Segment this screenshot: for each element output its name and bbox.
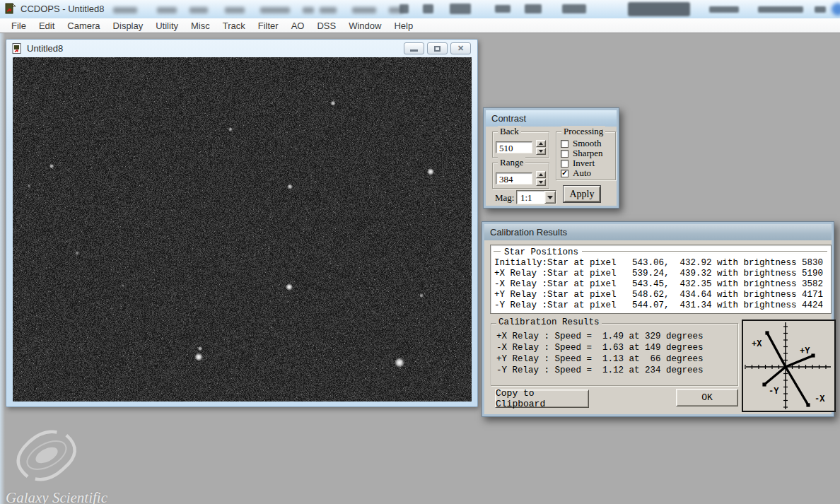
menu-item-display[interactable]: Display	[107, 19, 150, 33]
blurred-menu-blob	[225, 7, 245, 13]
image-window[interactable]: Untitled8 ✕	[6, 39, 478, 407]
checkbox-label-auto: Auto	[573, 168, 591, 179]
mag-select[interactable]: 1:1	[516, 190, 556, 204]
axis-label-+x: +X	[752, 339, 762, 349]
blurred-menu-blob	[113, 7, 137, 13]
menu-item-dss[interactable]: DSS	[310, 19, 342, 33]
image-window-titlebar[interactable]: Untitled8 ✕	[6, 40, 477, 57]
star-positions-box: Star Positions Initially:Star at pixel 5…	[490, 245, 832, 314]
back-input[interactable]: 510	[496, 141, 532, 153]
contrast-titlebar[interactable]: Contrast	[486, 110, 617, 127]
menu-item-window[interactable]: Window	[342, 19, 387, 33]
copy-to-clipboard-button[interactable]: Copy to Clipboard	[495, 389, 589, 408]
axis-label--x: -X	[815, 394, 825, 404]
vector-end-marker	[765, 331, 769, 334]
processing-group: Processing SmoothSharpenInvert✓Auto	[556, 131, 616, 180]
restore-icon	[434, 46, 441, 52]
checkbox-invert[interactable]	[561, 160, 568, 168]
app-icon	[4, 3, 16, 14]
spinner-up-icon	[539, 173, 543, 176]
menu-item-file[interactable]: File	[5, 19, 33, 33]
range-input[interactable]: 384	[496, 172, 532, 184]
client-area: Untitled8 ✕ Galaxy Scientific www.Astro.…	[0, 33, 840, 504]
spinner-up-icon	[539, 142, 543, 145]
results-label: Calibration Results	[496, 317, 602, 327]
blurred-toolbar-icon	[562, 4, 586, 13]
relay-vector-+x	[767, 333, 786, 367]
checkbox-auto[interactable]: ✓	[561, 170, 568, 177]
document-icon	[12, 43, 22, 54]
star-position-row: -X Relay :Star at pixel 543.45, 432.35 w…	[494, 279, 831, 290]
apply-button[interactable]: Apply	[564, 186, 600, 202]
calibration-diagram: +X+Y-Y-X	[742, 320, 836, 412]
blurred-toolbar-icon	[495, 5, 511, 13]
image-window-title: Untitled8	[27, 43, 63, 54]
checkbox-sharpen[interactable]	[561, 150, 568, 158]
mag-dropdown-button[interactable]	[544, 191, 556, 204]
result-row: +Y Relay : Speed = 1.13 at 66 degrees	[496, 353, 737, 365]
vector-end-marker	[811, 353, 815, 357]
galaxy-logo	[4, 418, 96, 489]
chevron-down-icon	[547, 196, 553, 199]
vector-end-marker	[806, 403, 810, 406]
minimize-button[interactable]	[404, 42, 424, 54]
result-row: +X Relay : Speed = 1.49 at 329 degrees	[496, 331, 737, 342]
app-title-bar[interactable]: CCDOPS - Untitled8	[0, 0, 840, 19]
menu-item-misc[interactable]: Misc	[185, 19, 216, 33]
menu-item-edit[interactable]: Edit	[33, 19, 61, 33]
blurred-menu-blob	[352, 7, 376, 13]
maximize-button[interactable]	[427, 42, 448, 54]
blurred-menu-blob	[709, 6, 739, 13]
range-group: Range 384	[492, 163, 549, 189]
checkbox-smooth[interactable]	[561, 140, 568, 148]
blurred-toolbar-icon	[399, 4, 409, 13]
range-spinner-up[interactable]	[536, 171, 546, 178]
menu-bar: FileEditCameraDisplayUtilityMiscTrackFil…	[0, 18, 840, 33]
back-label: Back	[498, 126, 521, 137]
back-group: Back 510	[492, 131, 549, 158]
result-row: -Y Relay : Speed = 1.12 at 234 degrees	[496, 365, 737, 376]
close-button[interactable]: ✕	[450, 42, 471, 54]
blurred-round-icon	[832, 3, 840, 16]
menu-item-filter[interactable]: Filter	[252, 19, 285, 33]
desktop: { "app": { "title": "CCDOPS - Untitled8"…	[0, 0, 840, 504]
calibration-titlebar[interactable]: Calibration Results	[484, 224, 832, 240]
vector-end-marker	[762, 382, 766, 386]
blurred-menu-blob	[303, 7, 314, 13]
axis-label-+y: +Y	[800, 346, 810, 356]
group-etch-line	[582, 251, 827, 254]
star-position-row: +X Relay :Star at pixel 539.24, 439.32 w…	[494, 269, 831, 279]
results-group: Calibration Results +X Relay : Speed = 1…	[491, 323, 738, 386]
result-row: -X Relay : Speed = 1.63 at 149 degrees	[496, 342, 737, 353]
blurred-menu-blob	[260, 7, 290, 13]
watermark-brand: Galaxy Scientific	[6, 489, 107, 504]
blurred-menu-blob	[758, 6, 803, 13]
blurred-menu-blob	[157, 7, 177, 13]
ok-button[interactable]: OK	[676, 389, 738, 406]
calibration-dialog: Calibration Results Star Positions Initi…	[482, 221, 834, 417]
menu-item-ao[interactable]: AO	[285, 19, 311, 33]
star-position-row: -Y Relay :Star at pixel 544.07, 431.34 w…	[494, 300, 831, 311]
range-label: Range	[498, 157, 525, 168]
blurred-toolbar-icon	[423, 4, 433, 13]
relay-vector--x	[786, 367, 808, 405]
processing-label: Processing	[561, 126, 605, 137]
back-spinner-up[interactable]	[536, 140, 546, 147]
star-position-row: Initially:Star at pixel 543.06, 432.92 w…	[494, 258, 831, 269]
menu-item-utility[interactable]: Utility	[149, 19, 185, 33]
relay-vector--y	[764, 367, 786, 385]
blurred-toolbar-icon	[450, 4, 471, 14]
blurred-menu-blob	[189, 7, 208, 13]
blurred-active-button	[628, 2, 690, 16]
menu-item-camera[interactable]: Camera	[61, 19, 106, 33]
range-spinner-down[interactable]	[536, 179, 546, 186]
star-field-image[interactable]	[13, 57, 472, 402]
checkbox-row-auto: ✓Auto	[561, 168, 591, 179]
menu-item-help[interactable]: Help	[387, 19, 419, 33]
close-icon: ✕	[457, 45, 464, 52]
back-spinner-down[interactable]	[536, 148, 546, 155]
menu-item-track[interactable]: Track	[216, 19, 252, 33]
group-etch-line	[494, 251, 501, 254]
axis-label--y: -Y	[769, 387, 779, 397]
spinner-down-icon	[539, 181, 543, 184]
